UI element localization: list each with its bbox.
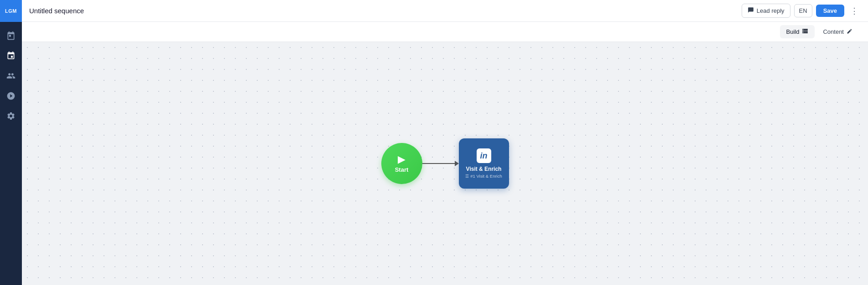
tab-content[interactable]: Content (816, 26, 859, 38)
content-label: Content (823, 28, 844, 35)
sidebar-item-activity[interactable] (2, 88, 20, 106)
header-actions: Lead reply EN Save ⋮ (742, 4, 861, 18)
sidebar-nav (0, 22, 22, 126)
header: Untitled sequence Lead reply EN Save ⋮ (22, 0, 868, 22)
play-icon: ▶ (398, 154, 405, 164)
sidebar-item-network[interactable] (2, 48, 20, 66)
page-title: Untitled sequence (29, 7, 736, 15)
main-area: Untitled sequence Lead reply EN Save ⋮ B… (22, 0, 868, 285)
linkedin-node[interactable]: in Visit & Enrich #1 Visit & Enrich (459, 138, 509, 189)
save-button[interactable]: Save (816, 5, 844, 17)
tab-build[interactable]: Build (780, 25, 815, 38)
sidebar-item-settings[interactable] (2, 108, 20, 126)
contacts-icon (6, 71, 16, 82)
build-label: Build (786, 28, 800, 35)
language-button[interactable]: EN (794, 4, 812, 17)
more-options-button[interactable]: ⋮ (848, 5, 861, 17)
linkedin-node-subtitle: #1 Visit & Enrich (465, 174, 502, 179)
network-icon (6, 51, 16, 62)
in-text: in (480, 152, 488, 160)
start-node-label: Start (395, 166, 409, 173)
flow-canvas[interactable]: ▶ Start in Visit & Enrich #1 Visit & Enr… (22, 42, 868, 285)
lead-reply-label: Lead reply (757, 7, 785, 14)
settings-icon (6, 111, 16, 122)
linkedin-logo-icon: in (477, 148, 491, 163)
sidebar: LGM (0, 0, 22, 285)
lead-reply-button[interactable]: Lead reply (742, 4, 790, 18)
linkedin-node-title: Visit & Enrich (466, 166, 502, 172)
build-icon (802, 28, 808, 36)
arrow-connector (422, 161, 459, 166)
arrow-head (455, 161, 459, 166)
arrow-line (422, 163, 455, 164)
calendar-icon (6, 31, 16, 42)
sidebar-item-calendar[interactable] (2, 27, 20, 46)
edit-icon (847, 28, 852, 36)
activity-icon (6, 91, 16, 102)
flow-container: ▶ Start in Visit & Enrich #1 Visit & Enr… (381, 138, 509, 189)
sidebar-item-contacts[interactable] (2, 68, 20, 86)
lead-reply-icon (748, 7, 754, 15)
sub-header: Build Content (22, 22, 868, 42)
start-node[interactable]: ▶ Start (381, 143, 422, 184)
app-logo[interactable]: LGM (0, 0, 22, 22)
